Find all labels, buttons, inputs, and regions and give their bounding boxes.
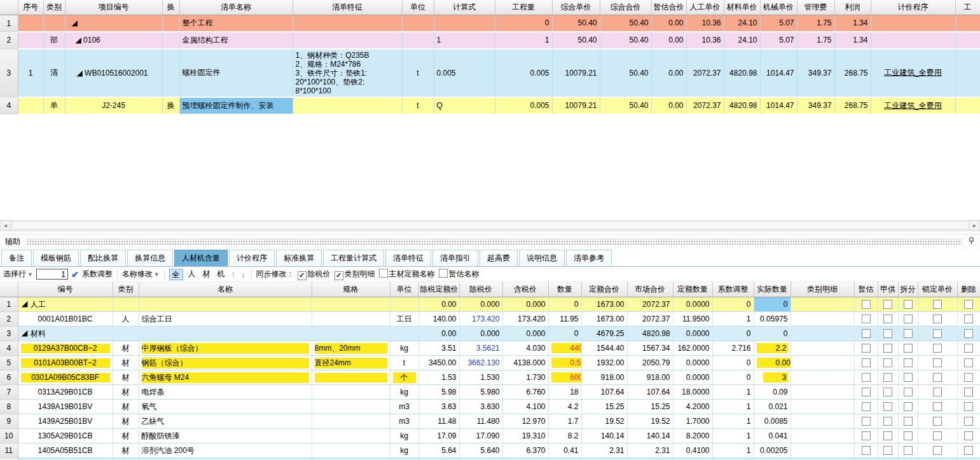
cell-spec[interactable] xyxy=(312,297,390,312)
scrollbar-track[interactable] xyxy=(11,220,969,231)
cell-name[interactable]: 氧气 xyxy=(139,400,312,414)
filter-material-button[interactable]: 材 xyxy=(201,269,212,280)
cell-category[interactable]: 材 xyxy=(113,429,139,443)
column-header-cb-est[interactable]: 暂估 xyxy=(854,282,878,297)
cell-market-total[interactable]: 4820.98 xyxy=(627,327,673,341)
tab-3[interactable]: 配比换算 xyxy=(80,250,126,266)
cell-market-total[interactable]: 2072.37 xyxy=(627,297,673,312)
cell-quota-total[interactable]: 1932.00 xyxy=(581,356,627,370)
tab-7[interactable]: 标准换算 xyxy=(276,250,322,266)
row-header[interactable]: 3 xyxy=(0,327,18,341)
cell-quantity[interactable]: 11.95 xyxy=(548,312,581,327)
tab-12[interactable]: 说明信息 xyxy=(519,250,565,266)
column-header-rownum[interactable] xyxy=(0,0,18,15)
cell-quantity[interactable]: 600 xyxy=(548,370,581,385)
cell-unit[interactable]: kg xyxy=(390,443,418,458)
cell-actual-qty[interactable]: 0.041 xyxy=(754,429,790,443)
cell-market-total[interactable]: 140.14 xyxy=(627,429,673,443)
row-header[interactable]: 4 xyxy=(0,97,18,114)
cell-unit[interactable] xyxy=(402,32,434,49)
column-header-quota-price[interactable]: 除税定额价 xyxy=(418,282,459,297)
cell-quota-qty[interactable]: 4.2000 xyxy=(673,400,712,414)
cell-coef-adjust[interactable]: 0 xyxy=(712,356,754,370)
cell-item-code[interactable]: ◢ WB010516002001 xyxy=(65,49,162,97)
cell-name[interactable]: 电焊条 xyxy=(139,385,312,400)
row-header[interactable]: 2 xyxy=(0,312,18,327)
cell-quota-qty[interactable]: 0.0000 xyxy=(673,356,712,370)
cell-comp-total[interactable]: 50.40 xyxy=(600,97,651,114)
cell-pricing-program[interactable]: 工业建筑_全费用 xyxy=(871,49,955,97)
cell-unit[interactable]: t xyxy=(402,97,434,114)
pin-icon[interactable] xyxy=(968,237,975,247)
cell-actual-qty[interactable]: 2.2 xyxy=(754,341,790,356)
cell-quota-qty[interactable]: 0.0000 xyxy=(673,297,712,312)
checkbox-supplied[interactable] xyxy=(883,446,892,455)
cell-list-feature[interactable]: 1、钢材种类：Q235B 2、规格：M24*786 3、铁件尺寸：垫铁1: 20… xyxy=(293,49,402,97)
cell-quantity[interactable]: 0 xyxy=(548,297,581,312)
cell-quota-total[interactable]: 15.25 xyxy=(581,400,627,414)
cell-market-total[interactable]: 2050.79 xyxy=(627,356,673,370)
cell-net-price[interactable]: 5.980 xyxy=(459,385,502,400)
column-header-quota-total[interactable]: 定额合价 xyxy=(581,282,627,297)
column-header-cutoff[interactable]: 工 xyxy=(955,0,980,15)
horizontal-scrollbar[interactable]: ◄ ► xyxy=(0,220,980,231)
column-header-list-name[interactable]: 清单名称 xyxy=(179,0,293,15)
filter-labor-button[interactable]: 人 xyxy=(186,269,198,280)
checkbox-split[interactable] xyxy=(904,417,913,426)
cell-labor-price[interactable]: 2072.37 xyxy=(686,97,724,114)
checkbox-lock[interactable] xyxy=(933,402,942,411)
scroll-right-icon[interactable]: ► xyxy=(969,220,980,231)
cell-quota-total[interactable]: 918.00 xyxy=(581,370,627,385)
checkbox-supplied[interactable] xyxy=(883,373,892,382)
row-header[interactable]: 7 xyxy=(0,385,18,400)
cell-actual-qty[interactable]: 0.09 xyxy=(754,385,790,400)
column-header-machine-price[interactable]: 机械单价 xyxy=(760,0,797,15)
column-header-mgmt-fee[interactable]: 管理费 xyxy=(797,0,834,15)
cell-unit[interactable]: t xyxy=(390,356,418,370)
cell-spec[interactable] xyxy=(312,385,390,400)
cell-unit[interactable]: 个 xyxy=(390,370,418,385)
cell-name[interactable] xyxy=(139,327,312,341)
cell-coef-adjust[interactable]: 0 xyxy=(712,327,754,341)
move-down-icon[interactable]: ↓ xyxy=(240,269,247,279)
checkbox-lock[interactable] xyxy=(933,388,942,396)
cell-code[interactable]: 0301A09B05C83BF xyxy=(18,370,113,385)
cell-quota-price[interactable]: 140.00 xyxy=(418,312,459,327)
row-header[interactable]: 1 xyxy=(0,297,18,312)
cell-coef-adjust[interactable]: 1 xyxy=(712,400,754,414)
checkbox-lock[interactable] xyxy=(933,315,942,323)
cell-quota-price[interactable]: 3.51 xyxy=(418,341,459,356)
cell-cat-detail[interactable] xyxy=(790,312,854,327)
cell-spec[interactable] xyxy=(312,429,390,443)
cell-list-feature[interactable] xyxy=(293,32,402,49)
column-header-quota-qty[interactable]: 定额数量 xyxy=(673,282,712,297)
cell-category[interactable] xyxy=(113,297,139,312)
cell-tax-price[interactable]: 12.970 xyxy=(502,414,548,429)
cell-category[interactable]: 清 xyxy=(43,49,65,97)
cell-profit[interactable]: 1.34 xyxy=(834,32,871,49)
cell-profit[interactable]: 1.34 xyxy=(834,15,871,32)
column-header-cb-split[interactable]: 拆分 xyxy=(898,282,918,297)
cell-formula[interactable] xyxy=(434,15,495,32)
cell-net-price[interactable]: 3.5621 xyxy=(459,341,502,356)
cell-labor-price[interactable]: 2072.37 xyxy=(686,49,724,97)
checkbox-del[interactable] xyxy=(964,358,973,367)
checkbox-supplied[interactable] xyxy=(883,431,892,440)
cell-unit[interactable]: t xyxy=(402,49,434,97)
cell-quota-total[interactable]: 1673.00 xyxy=(581,297,627,312)
cell-material-price[interactable]: 4820.98 xyxy=(724,97,760,114)
cell-actual-qty[interactable]: 3 xyxy=(754,370,790,385)
checkbox-split[interactable] xyxy=(904,388,913,396)
cell-coef-adjust[interactable]: 1 xyxy=(712,414,754,429)
checkbox-lock[interactable] xyxy=(933,373,942,382)
cell-category[interactable]: 材 xyxy=(113,414,139,429)
cell-quantity[interactable]: 440 xyxy=(548,341,581,356)
cell-seq[interactable]: 1 xyxy=(18,49,43,97)
cell-quota-qty[interactable]: 1.7000 xyxy=(673,414,712,429)
column-header-est-total[interactable]: 暂估合价 xyxy=(651,0,686,15)
cell-net-price[interactable]: 3662.130 xyxy=(459,356,502,370)
checkbox-split[interactable] xyxy=(904,446,913,455)
column-header-coef-adjust[interactable]: 系数调整 xyxy=(712,282,754,297)
column-header-cb-supplied[interactable]: 甲供 xyxy=(878,282,898,297)
cell-coef-adjust[interactable]: 1 xyxy=(712,429,754,443)
